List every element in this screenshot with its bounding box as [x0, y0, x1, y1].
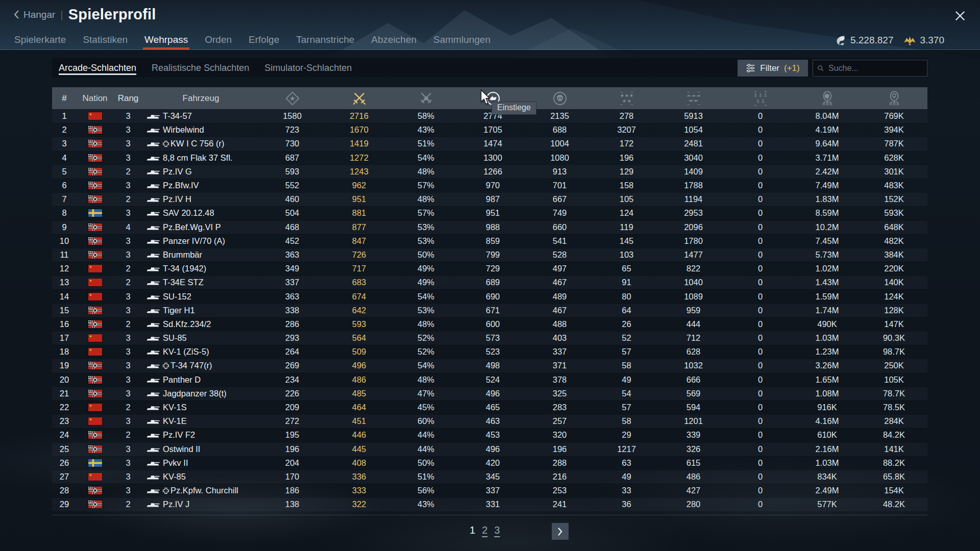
table-row-14[interactable]: 143SU-15236367454%69048980108901.59M124K — [52, 289, 927, 303]
mode-tab-arcade-schlachten[interactable]: Arcade-Schlachten — [59, 58, 136, 78]
tab-wehrpass[interactable]: Wehrpass — [144, 30, 188, 49]
table-row-19[interactable]: 193T-34 747(r)26949654%49837158103203.26… — [52, 359, 927, 372]
stat-battles: 408 — [326, 458, 393, 468]
table-row-11[interactable]: 113Brummbär36372650%799528103147705.73M3… — [52, 248, 927, 262]
stat-air-kills: 64 — [593, 306, 660, 315]
column-header-nation[interactable]: Nation — [77, 93, 113, 104]
table-row-16[interactable]: 162Sd.Kfz.234/228659348%600488264440490K… — [52, 317, 927, 331]
row-number: 14 — [52, 292, 77, 302]
mode-tab-realistische-schlachten[interactable]: Realistische Schlachten — [152, 58, 249, 78]
row-number: 23 — [52, 416, 77, 426]
table-row-6[interactable]: 63Pz.Bfw.IV55296257%970701158178807.49M4… — [52, 179, 927, 192]
stat-ground-kills: 1477 — [660, 250, 727, 260]
stat-ground-kills: 1054 — [660, 125, 727, 135]
stat-deaths: 467 — [526, 278, 593, 287]
table-row-9[interactable]: 94Pz.Bef.Wg.VI P46887753%988660119209601… — [52, 220, 927, 234]
research-points-icon[interactable] — [861, 91, 927, 106]
rank-value: 2 — [113, 319, 143, 329]
stat-winrate: 54% — [393, 292, 459, 302]
column-header-vehicle[interactable]: Fahrzeug — [143, 93, 259, 104]
ground-kills-icon[interactable] — [660, 91, 727, 106]
stat-sorties: 498 — [459, 361, 526, 370]
tab-tarnanstriche[interactable]: Tarnanstriche — [296, 30, 354, 49]
stat-ground-kills: 427 — [660, 486, 727, 495]
table-row-27[interactable]: 273KV-8517033651%345216494860834K65.8K — [52, 470, 927, 484]
stat-battles: 485 — [326, 389, 393, 398]
table-row-18[interactable]: 183KV-1 (ZiS-5)26450952%5233375762801.23… — [52, 345, 927, 359]
flag-germany-icon — [88, 500, 102, 508]
stat-ground-kills: 3040 — [660, 153, 727, 163]
table-row-5[interactable]: 52Pz.IV G593124348%1266913129140902.42M3… — [52, 165, 927, 179]
rank-value: 3 — [113, 389, 143, 398]
battles-icon[interactable] — [326, 91, 393, 106]
vehicle-name: KV-85 — [163, 472, 186, 482]
stat-sorties: 671 — [459, 306, 526, 315]
table-row-17[interactable]: 173SU-8529356452%5734035271201.03M90.3K — [52, 331, 927, 345]
table-row-25[interactable]: 253Ostwind II19644544%496196121732602.16… — [52, 442, 927, 456]
stat-sorties: 987 — [459, 194, 526, 204]
air-kills-icon[interactable] — [593, 91, 660, 106]
filter-button[interactable]: Filter (+1) — [738, 60, 808, 77]
rank-value: 3 — [113, 125, 143, 135]
next-page-button[interactable] — [552, 523, 569, 540]
naval-kills-icon[interactable] — [727, 91, 794, 106]
stat-victories: 209 — [259, 403, 326, 412]
tab-spielerkarte[interactable]: Spielerkarte — [14, 30, 66, 49]
stat-deaths: 701 — [526, 181, 593, 190]
row-number: 27 — [52, 472, 77, 482]
vehicle-cell: Pvkv II — [143, 458, 259, 468]
table-row-29[interactable]: 292Pz.IV J13832243%331241362800577K48.2K — [52, 497, 927, 511]
table-row-20[interactable]: 203Panther D23448648%5243784966601.65M10… — [52, 373, 927, 387]
table-row-4[interactable]: 438,8 cm Flak 37 Sfl.687127254%130010801… — [52, 151, 927, 165]
table-row-12[interactable]: 122T-34 (1942)34971749%7294976582201.02M… — [52, 262, 927, 276]
vehicle-cell: Pz.IV F2 — [143, 430, 259, 440]
back-to-hangar-button[interactable]: Hangar — [13, 9, 55, 20]
tab-orden[interactable]: Orden — [205, 30, 232, 49]
page-3[interactable]: 3 — [494, 524, 500, 536]
close-button[interactable] — [954, 10, 967, 22]
table-row-22[interactable]: 222KV-1S20946445%465283575940916K78.5K — [52, 400, 927, 414]
table-row-23[interactable]: 233KV-1E27245160%46325758120104.16M284K — [52, 414, 927, 428]
rank-value: 3 — [113, 111, 143, 121]
vehicle-name: Pz.Kpfw. Churchill — [170, 486, 238, 495]
stat-naval-kills: 0 — [727, 403, 794, 412]
stat-battles: 451 — [326, 416, 393, 426]
stat-ground-kills: 5913 — [660, 111, 727, 121]
column-header-number[interactable]: # — [52, 87, 77, 109]
row-number: 5 — [52, 167, 77, 177]
row-number: 9 — [52, 222, 77, 232]
table-row-8[interactable]: 83SAV 20.12.4850488157%951749124295308.5… — [52, 206, 927, 220]
table-row-13[interactable]: 132T-34E STZ33768349%68946791104001.43M1… — [52, 276, 927, 289]
table-row-1[interactable]: 13T-34-571580271658%27742135278591308.04… — [52, 109, 927, 123]
table-row-24[interactable]: 242Pz.IV F219544644%453320293390610K84.2… — [52, 428, 927, 442]
table-row-3[interactable]: 33KW I C 756 (r)730141951%14741004172248… — [52, 137, 927, 151]
table-row-7[interactable]: 72Pz.IV H46095148%987667105119401.83M152… — [52, 192, 927, 206]
table-row-2[interactable]: 23Wirbelwind723167043%17056883207105404.… — [52, 123, 927, 137]
rank-value: 3 — [113, 139, 143, 148]
stat-victories: 186 — [259, 486, 326, 495]
table-row-15[interactable]: 153Tiger H133864253%6714676495901.74M128… — [52, 304, 927, 317]
stat-victories: 363 — [259, 292, 326, 302]
tab-statistiken[interactable]: Statistiken — [83, 30, 128, 49]
rank-value: 3 — [113, 375, 143, 385]
row-number: 2 — [52, 125, 77, 135]
title-bar: Hangar | Spielerprofil — [13, 6, 156, 23]
victories-icon[interactable] — [259, 91, 326, 106]
page-1[interactable]: 1 — [470, 524, 475, 536]
tab-abzeichen[interactable]: Abzeichen — [371, 30, 416, 49]
mode-tab-simulator-schlachten[interactable]: Simulator-Schlachten — [264, 58, 352, 78]
column-header-rank[interactable]: Rang — [113, 87, 143, 109]
silver-lions-icon[interactable] — [794, 91, 861, 106]
table-row-26[interactable]: 263Pvkv II20440850%4202886361501.03M88.2… — [52, 456, 927, 470]
stat-deaths: 467 — [526, 306, 593, 315]
tank-icon — [146, 487, 160, 494]
page-2[interactable]: 2 — [482, 524, 487, 536]
tank-icon — [146, 140, 160, 147]
table-row-28[interactable]: 283Pz.Kpfw. Churchill18633356%3372533342… — [52, 484, 927, 497]
search-input[interactable] — [827, 63, 921, 73]
table-row-10[interactable]: 103Panzer IV/70 (A)45284753%859541145178… — [52, 234, 927, 248]
tab-sammlungen[interactable]: Sammlungen — [433, 30, 491, 49]
table-row-21[interactable]: 213Jagdpanzer 38(t)22648547%496325545690… — [52, 387, 927, 400]
tab-erfolge[interactable]: Erfolge — [249, 30, 279, 49]
winrate-icon[interactable] — [393, 91, 459, 106]
